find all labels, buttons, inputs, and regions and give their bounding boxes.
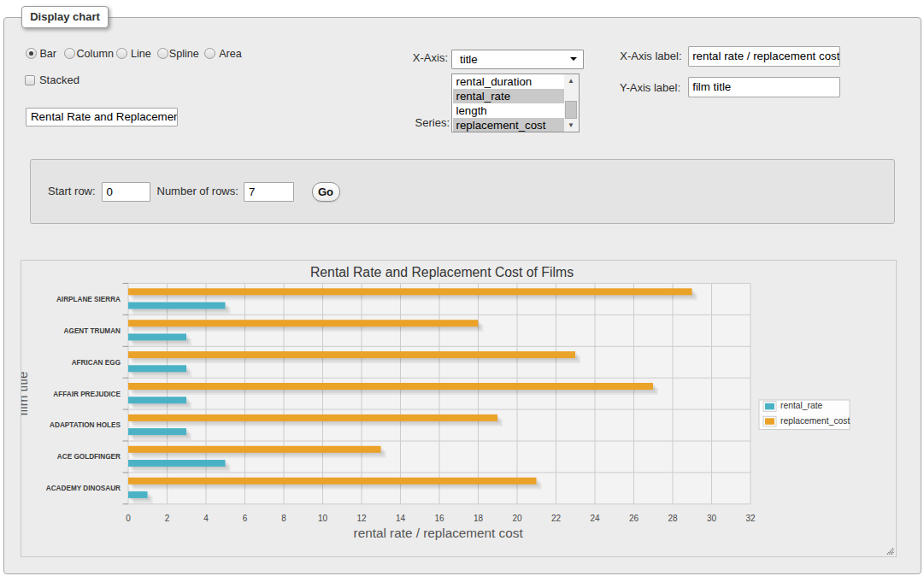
svg-text:14: 14 — [396, 514, 406, 523]
svg-text:28: 28 — [668, 514, 678, 523]
svg-text:2: 2 — [165, 514, 170, 523]
svg-text:10: 10 — [318, 514, 328, 523]
svg-text:ADAPTATION HOLES: ADAPTATION HOLES — [50, 421, 121, 429]
svg-text:12: 12 — [356, 514, 367, 523]
svg-text:8: 8 — [281, 514, 286, 523]
svg-text:30: 30 — [707, 514, 717, 523]
svg-text:rental rate / replacement cost: rental rate / replacement cost — [354, 526, 524, 540]
svg-text:ACE GOLDFINGER: ACE GOLDFINGER — [57, 453, 121, 461]
svg-text:replacement_cost: replacement_cost — [780, 416, 850, 426]
svg-text:AFFAIR PREJUDICE: AFFAIR PREJUDICE — [53, 391, 121, 398]
svg-text:AFRICAN EGG: AFRICAN EGG — [72, 359, 121, 367]
svg-text:AGENT TRUMAN: AGENT TRUMAN — [64, 327, 121, 335]
svg-text:16: 16 — [434, 514, 444, 523]
svg-text:Rental Rate and Replacement Co: Rental Rate and Replacement Cost of Film… — [310, 265, 574, 279]
svg-text:26: 26 — [629, 514, 639, 523]
svg-text:AIRPLANE SIERRA: AIRPLANE SIERRA — [56, 296, 121, 303]
svg-text:18: 18 — [474, 514, 484, 523]
svg-text:ACADEMY DINOSAUR: ACADEMY DINOSAUR — [46, 485, 121, 492]
svg-text:20: 20 — [512, 514, 522, 523]
svg-text:rental_rate: rental_rate — [780, 401, 823, 410]
svg-text:22: 22 — [551, 514, 562, 523]
svg-text:4: 4 — [203, 514, 209, 523]
svg-text:24: 24 — [590, 514, 600, 523]
svg-text:film title: film title — [21, 372, 30, 416]
svg-text:32: 32 — [745, 514, 756, 523]
svg-text:0: 0 — [126, 514, 131, 523]
svg-text:6: 6 — [243, 514, 248, 523]
